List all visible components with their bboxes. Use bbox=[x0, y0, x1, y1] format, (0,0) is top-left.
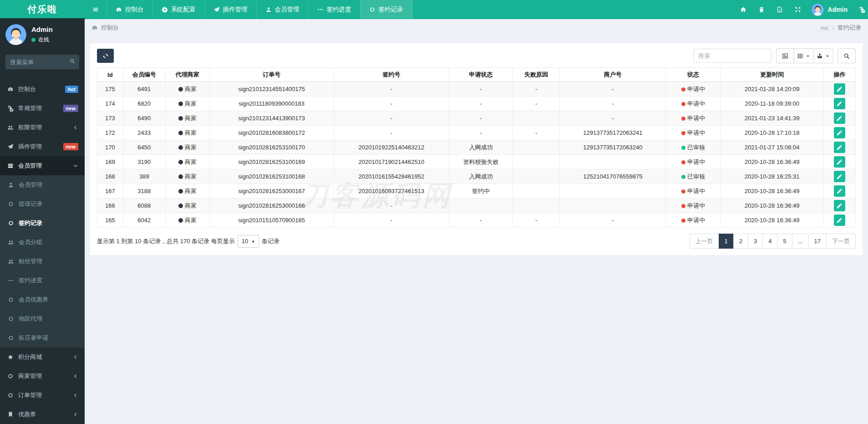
prev-page-button[interactable]: 上一页 bbox=[690, 234, 719, 249]
sidebar-search-input[interactable] bbox=[5, 55, 79, 69]
user-status-label: 在线 bbox=[38, 36, 49, 44]
table-row[interactable]: 1666088商家sign20102816253000166-申请中2020-1… bbox=[97, 199, 856, 213]
sidebar-item-控制台[interactable]: 控制台hot bbox=[0, 80, 85, 99]
sidebar-item-订单管理[interactable]: 订单管理 bbox=[0, 386, 85, 405]
sidebar-item-积分商城[interactable]: 积分商城 bbox=[0, 347, 85, 367]
edit-button[interactable] bbox=[834, 200, 845, 211]
sidebar-item-插件管理[interactable]: 插件管理new bbox=[0, 137, 85, 156]
edit-button[interactable] bbox=[834, 83, 845, 95]
nav-tab-插件管理[interactable]: 插件管理 bbox=[204, 0, 256, 19]
fullscreen-button[interactable] bbox=[789, 0, 807, 19]
sidebar-item-常规管理[interactable]: 常规管理new bbox=[0, 99, 85, 118]
page-button-3[interactable]: 3 bbox=[748, 234, 763, 249]
table-row[interactable]: 1656042商家sign20101510570900165----申请中202… bbox=[97, 213, 856, 228]
refresh-button[interactable] bbox=[97, 49, 114, 63]
advanced-search-button[interactable] bbox=[838, 48, 856, 63]
nav-tab-系统配置[interactable]: 系统配置 bbox=[152, 0, 204, 19]
check-update-button[interactable] bbox=[771, 0, 789, 19]
column-header[interactable]: 更新时间 bbox=[721, 68, 824, 82]
sidebar-subitem-提现记录[interactable]: 提现记录 bbox=[0, 194, 85, 214]
breadcrumb-parent[interactable]: mc bbox=[821, 25, 828, 31]
page-button-1[interactable]: 1 bbox=[719, 234, 734, 249]
edit-button[interactable] bbox=[834, 98, 845, 109]
sidebar-subitem-签约进度[interactable]: 签约进度 bbox=[0, 271, 85, 290]
edit-button[interactable] bbox=[834, 142, 845, 153]
edit-button[interactable] bbox=[834, 171, 845, 182]
page-button-4[interactable]: 4 bbox=[762, 234, 777, 249]
topnav-avatar[interactable] bbox=[812, 4, 824, 16]
sidebar-item-商家管理[interactable]: 商家管理 bbox=[0, 367, 85, 386]
ellipsis-icon bbox=[317, 6, 324, 13]
nav-tab-签约记录[interactable]: 签约记录 bbox=[360, 0, 412, 19]
sidebar-item-优惠券[interactable]: 优惠券 bbox=[0, 405, 85, 424]
column-header[interactable]: 代理商家 bbox=[165, 68, 209, 82]
page-size-select[interactable]: 10 ▲ bbox=[238, 235, 259, 248]
edit-button[interactable] bbox=[834, 215, 845, 226]
nav-tab-会员管理[interactable]: 会员管理 bbox=[256, 0, 308, 19]
export-button[interactable] bbox=[813, 48, 833, 63]
page-button-17[interactable]: 17 bbox=[808, 234, 827, 249]
breadcrumb-home[interactable]: 控制台 bbox=[101, 24, 119, 32]
cell-apply-status: 签约中 bbox=[449, 184, 513, 199]
pencil-icon bbox=[836, 115, 843, 122]
app-logo[interactable]: 付乐啦 bbox=[0, 0, 85, 18]
column-header[interactable]: 商户号 bbox=[560, 68, 666, 82]
column-header[interactable]: 失败原因 bbox=[513, 68, 559, 82]
column-header[interactable]: 状态 bbox=[666, 68, 721, 82]
table-row[interactable]: 1722433商家sign20102816083800172---1291377… bbox=[97, 126, 856, 140]
status-dot-icon bbox=[681, 175, 685, 179]
table-search-input[interactable] bbox=[693, 49, 772, 63]
sidebar-item-权限管理[interactable]: 权限管理 bbox=[0, 118, 85, 137]
sidebar-toggle-button[interactable] bbox=[85, 0, 107, 19]
page-button-2[interactable]: 2 bbox=[733, 234, 748, 249]
sidebar-item-会员管理[interactable]: 会员管理 bbox=[0, 156, 85, 175]
status-dot-icon bbox=[681, 146, 685, 150]
detail-view-button[interactable] bbox=[776, 48, 794, 63]
table-row[interactable]: 1673188商家sign201028162530001672020101609… bbox=[97, 184, 856, 199]
nav-tab-label: 会员管理 bbox=[275, 5, 299, 14]
cell-order-no: sign20102816083800172 bbox=[209, 126, 334, 140]
columns-button[interactable] bbox=[794, 48, 814, 63]
cell-merchant-no: - bbox=[560, 111, 666, 126]
sidebar-subitem-会员分组[interactable]: 会员分组 bbox=[0, 233, 85, 252]
edit-button[interactable] bbox=[834, 127, 845, 138]
summary-suffix: 条记录 bbox=[262, 237, 279, 245]
user-status: 在线 bbox=[31, 36, 53, 44]
cell-status: 已审核 bbox=[666, 169, 721, 184]
topnav-username[interactable]: Admin bbox=[827, 6, 848, 13]
edit-button[interactable] bbox=[834, 112, 845, 124]
sidebar-subitem-会员优惠券[interactable]: 会员优惠券 bbox=[0, 290, 85, 309]
clear-cache-button[interactable] bbox=[752, 0, 771, 19]
sidebar-subitem-会员管理[interactable]: 会员管理 bbox=[0, 175, 85, 194]
sidebar-subitem-地区代理[interactable]: 地区代理 bbox=[0, 309, 85, 328]
table-row[interactable]: 1706450商家sign201028162531001702020101922… bbox=[97, 140, 856, 155]
rocket-icon bbox=[213, 6, 220, 13]
users-icon bbox=[7, 258, 15, 265]
table-row[interactable]: 168389商家sign2010281625310016820201016155… bbox=[97, 169, 856, 184]
home-button[interactable] bbox=[734, 0, 752, 19]
sidebar-subitem-签约记录[interactable]: 签约记录 bbox=[0, 214, 85, 233]
column-header[interactable]: 操作 bbox=[823, 68, 855, 82]
column-header[interactable]: 订单号 bbox=[209, 68, 334, 82]
edit-button[interactable] bbox=[834, 185, 845, 197]
column-header[interactable]: 申请状态 bbox=[449, 68, 513, 82]
user-avatar[interactable] bbox=[5, 24, 26, 45]
column-header[interactable]: Id bbox=[97, 68, 123, 82]
sidebar-subitem-拓店者申请[interactable]: 拓店者申请 bbox=[0, 328, 85, 347]
table-row[interactable]: 1736490商家sign21012314413900173---申请中2021… bbox=[97, 111, 856, 126]
breadcrumb[interactable]: 控制台 bbox=[91, 24, 119, 32]
nav-tab-控制台[interactable]: 控制台 bbox=[107, 0, 152, 19]
column-header[interactable]: 签约号 bbox=[334, 68, 449, 82]
pencil-icon bbox=[836, 203, 843, 209]
next-page-button[interactable]: 下一页 bbox=[826, 234, 856, 249]
page-button-5[interactable]: 5 bbox=[777, 234, 792, 249]
table-row[interactable]: 1693190商家sign201028162531001692020101719… bbox=[97, 155, 856, 169]
table-row[interactable]: 1756491商家sign21012314551400175----申请中202… bbox=[97, 82, 856, 97]
edit-button[interactable] bbox=[834, 156, 845, 168]
cell-order-no: sign20102816253100168 bbox=[209, 169, 334, 184]
table-row[interactable]: 1746820商家sign20111809390000183----申请中202… bbox=[97, 97, 856, 111]
settings-button[interactable] bbox=[853, 0, 868, 19]
sidebar-subitem-粉丝管理[interactable]: 粉丝管理 bbox=[0, 252, 85, 271]
column-header[interactable]: 会员编号 bbox=[123, 68, 165, 82]
nav-tab-签约进度[interactable]: 签约进度 bbox=[308, 0, 360, 19]
